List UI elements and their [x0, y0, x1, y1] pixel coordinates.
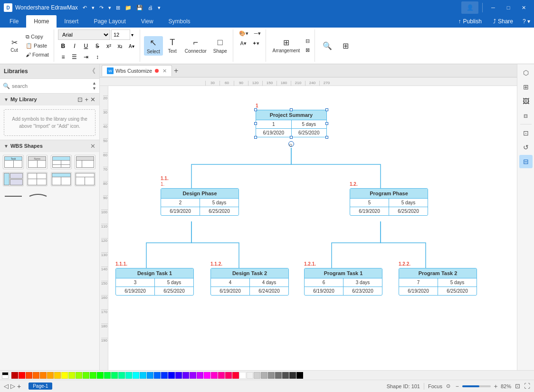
underline-button[interactable]: U — [81, 41, 91, 51]
fullscreen-button[interactable]: ⛶ — [524, 382, 530, 390]
shape-thumb-7[interactable] — [51, 172, 72, 186]
color-swatch[interactable] — [182, 372, 189, 379]
font-name-select[interactable]: Arial — [58, 29, 110, 40]
color-swatch[interactable] — [11, 372, 18, 379]
program-phase-box[interactable]: Program Phase 5 5 days 6/19/2020 6/25/20… — [350, 188, 428, 216]
connector-tool-button[interactable]: ⌐ Connector — [182, 36, 210, 55]
color-swatch[interactable] — [54, 372, 61, 379]
align-button[interactable]: ≡ — [58, 52, 68, 62]
font-size-dropdown[interactable]: ▾ — [131, 32, 134, 38]
undo-dropdown[interactable]: ▾ — [90, 4, 96, 12]
program-task1-box[interactable]: Program Task 1 6 3 days 6/19/2020 6/23/2… — [304, 268, 382, 296]
font-color-button2[interactable]: A▾ — [238, 39, 248, 48]
tab-file[interactable]: File — [2, 15, 26, 28]
color-swatch[interactable] — [104, 372, 111, 379]
color-swatch[interactable] — [26, 372, 32, 379]
focus-button[interactable]: ⊙ — [446, 383, 450, 389]
subscript-button[interactable]: x₂ — [115, 41, 125, 51]
color-swatch[interactable] — [19, 372, 25, 379]
color-swatch[interactable] — [68, 372, 75, 379]
shape-thumb-5[interactable] — [3, 172, 24, 186]
search-input[interactable] — [12, 83, 90, 89]
tab-close-button[interactable]: ✕ — [162, 68, 167, 74]
shape-thumb-8[interactable] — [75, 172, 95, 186]
redo-button[interactable]: ↷ — [97, 4, 105, 12]
tab-insert[interactable]: Insert — [57, 15, 86, 28]
superscript-button[interactable]: x² — [104, 41, 114, 51]
color-swatch[interactable] — [204, 372, 210, 379]
color-picker-button[interactable] — [2, 372, 9, 379]
layers-panel-button[interactable]: ⧈ — [519, 109, 533, 122]
rotate-handle[interactable]: ○ — [288, 141, 294, 147]
tab-view[interactable]: View — [134, 15, 161, 28]
program-phase-node[interactable]: 1.2. Program Phase 5 5 days 6/19/2020 6/… — [350, 188, 428, 216]
root-node[interactable]: 1 Project Summary 1 — [256, 110, 327, 137]
open-button[interactable]: 📁 — [123, 4, 134, 12]
color-swatch[interactable] — [247, 372, 253, 379]
copy-button[interactable]: ⧉ Copy — [24, 33, 51, 41]
prev-page-button[interactable]: ◁ — [4, 382, 9, 390]
color-swatch[interactable] — [289, 372, 296, 379]
save-button[interactable]: 💾 — [134, 4, 145, 12]
scroll-down-button[interactable]: ▼ — [92, 86, 96, 91]
color-swatch[interactable] — [296, 372, 303, 379]
indent-button[interactable]: ⇥ — [81, 52, 91, 62]
program-task2-box[interactable]: Program Task 2 7 5 days 6/19/2020 6/25/2… — [399, 268, 477, 296]
text-tool-button[interactable]: T Text — [164, 36, 181, 55]
import-button[interactable]: ⊡ — [77, 96, 83, 103]
color-swatch[interactable] — [175, 372, 182, 379]
shape-tool-button[interactable]: □ Shape — [210, 36, 230, 55]
color-swatch[interactable] — [83, 372, 89, 379]
color-swatch[interactable] — [161, 372, 168, 379]
properties-panel-button[interactable]: ⬡ — [519, 66, 533, 79]
color-swatch[interactable] — [254, 372, 260, 379]
wbs-customize-tab[interactable]: W Wbs Customize ✕ — [102, 65, 172, 76]
color-swatch[interactable] — [275, 372, 282, 379]
my-library-header[interactable]: ▼ My Library ⊡ + ✕ — [0, 94, 99, 105]
italic-button[interactable]: I — [69, 41, 80, 51]
curved-line-thumb[interactable] — [28, 191, 48, 201]
design-phase-box[interactable]: Design Phase 2 5 days 6/19/2020 6/25/202… — [161, 188, 239, 216]
zoom-in-button[interactable]: ＋ — [493, 382, 499, 391]
line-style-button[interactable]: ─▾ — [252, 29, 263, 38]
publish-button[interactable]: ↑ Publish — [453, 16, 487, 27]
design-task2-box[interactable]: Design Task 2 4 4 days 6/19/2020 6/24/20… — [210, 268, 289, 296]
list-button[interactable]: ☰ — [69, 52, 80, 62]
canvas[interactable]: 1 Project Summary 1 — [108, 86, 517, 370]
design-task1-node[interactable]: 1.1.1. Design Task 1 3 5 days 6/19/2020 … — [115, 268, 194, 296]
color-swatch[interactable] — [268, 372, 275, 379]
page-1-tab[interactable]: Page-1 — [29, 382, 52, 390]
color-swatch[interactable] — [125, 372, 132, 379]
color-swatch[interactable] — [47, 372, 54, 379]
fit-page-button[interactable]: ⊡ — [515, 382, 520, 390]
layout-button[interactable]: ⊠ — [304, 46, 312, 54]
shape-thumb-4[interactable] — [75, 155, 95, 169]
close-button[interactable]: ✕ — [517, 3, 530, 12]
color-swatch[interactable] — [147, 372, 153, 379]
find-replace-button[interactable]: 🔍 — [319, 40, 336, 52]
shape-thumb-6[interactable] — [27, 172, 48, 186]
scroll-up-button[interactable]: ▲ — [92, 81, 96, 86]
add-page-button[interactable]: + — [17, 382, 21, 390]
fill-color-button[interactable]: 🎨▾ — [237, 29, 250, 38]
effects-button[interactable]: ✦▾ — [250, 39, 261, 48]
color-swatch[interactable] — [168, 372, 175, 379]
color-swatch[interactable] — [190, 372, 196, 379]
next-page-button[interactable]: ▷ — [10, 382, 15, 390]
color-swatch[interactable] — [111, 372, 118, 379]
minimize-button[interactable]: ─ — [486, 3, 500, 12]
zoom-out-button[interactable]: － — [454, 382, 460, 391]
design-task2-node[interactable]: 1.1.2. Design Task 2 4 4 days 6/19/2020 … — [210, 268, 289, 296]
program-task1-node[interactable]: 1.2.1. Program Task 1 6 3 days 6/19/2020… — [304, 268, 382, 296]
color-swatch[interactable] — [211, 372, 218, 379]
maximize-button[interactable]: □ — [502, 3, 515, 12]
color-swatch[interactable] — [90, 372, 96, 379]
color-swatch[interactable] — [97, 372, 104, 379]
color-swatch[interactable] — [218, 372, 225, 379]
collapse-button[interactable]: 《 — [89, 67, 95, 76]
add-symbol-button[interactable]: + — [85, 96, 88, 103]
program-task2-node[interactable]: 1.2.2. Program Task 2 7 5 days 6/19/2020… — [399, 268, 477, 296]
layout-panel-button[interactable]: ⊞ — [519, 80, 533, 94]
color-swatch[interactable] — [239, 372, 246, 379]
spacing-button[interactable]: ↕ — [92, 52, 103, 62]
